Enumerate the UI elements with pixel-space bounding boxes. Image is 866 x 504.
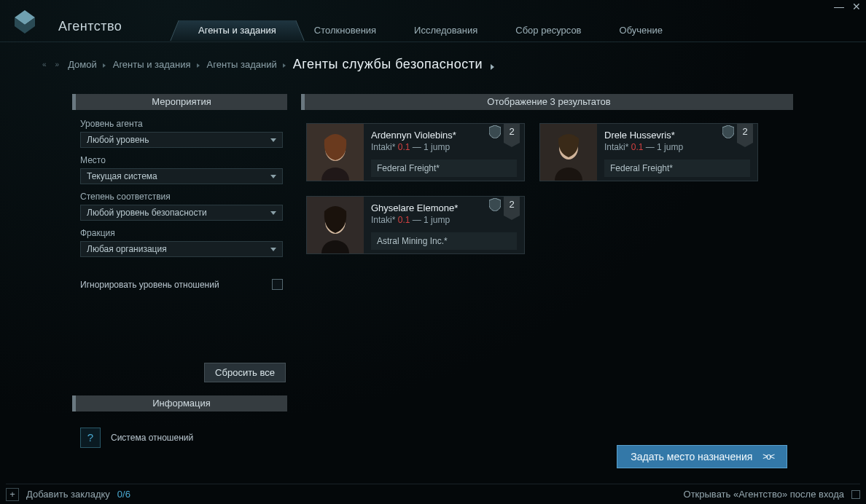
tab-exploration[interactable]: Исследования [395,20,496,41]
close-button[interactable]: ✕ [850,1,863,15]
agent-level-badge: 2 [737,124,753,143]
agent-location: Intaki* 0.1 — 1 jump [371,142,517,152]
open-on-login-label: Открывать «Агентство» после входа [684,489,844,500]
window-title: Агентство [58,19,122,34]
info-header: Информация [76,395,287,412]
info-header-label: Информация [152,398,211,409]
agent-level-badge: 2 [504,197,520,216]
help-icon[interactable]: ? [80,428,101,448]
agent-grid: 2 Ardennyn Violebins* Intaki* 0.1 — 1 ju… [305,119,793,259]
crumb-home[interactable]: Домой [68,59,104,70]
agent-card[interactable]: 2 Ardennyn Violebins* Intaki* 0.1 — 1 ju… [306,123,525,181]
tab-encounters[interactable]: Столкновения [295,20,395,41]
tab-training[interactable]: Обучение [601,20,682,41]
agent-location: Intaki* 0.1 — 1 jump [371,215,517,225]
results-header: Отображение 3 результатов [305,94,793,110]
shield-icon [722,125,734,138]
open-on-login-checkbox[interactable] [851,490,860,499]
agent-level-select[interactable]: Любой уровень [80,132,283,148]
agent-level-badge: 2 [504,124,520,143]
shield-icon [489,198,501,211]
agent-card[interactable]: 2 Ghyselare Elemone* Intaki* 0.1 — 1 jum… [306,196,525,254]
agent-corp: Federal Freight* [371,160,517,177]
results-header-label: Отображение 3 результатов [487,96,610,107]
breadcrumb: « » Домой Агенты и задания Агенты задани… [0,42,866,81]
footer-bar: + Добавить закладку 0/6 Открывать «Агент… [6,484,860,501]
tab-resources[interactable]: Сбор ресурсов [496,20,600,41]
titlebar: Агентство — ✕ Агенты и задания Столкнове… [0,0,866,42]
warp-icon: >o< [762,452,773,462]
set-destination-label: Задать место назначения [631,451,752,462]
agency-logo-icon [10,7,39,36]
add-bookmark-button[interactable]: + [6,488,19,501]
bookmark-count: 0/6 [117,489,130,500]
filters-header: Мероприятия [76,94,287,110]
standings-link[interactable]: Система отношений [111,433,193,443]
location-select[interactable]: Текущая система [80,168,283,184]
security-label: Степень соответствия [80,192,283,202]
agent-location: Intaki* 0.1 — 1 jump [604,142,750,152]
agency-window: Агентство — ✕ Агенты и задания Столкнове… [0,0,866,504]
page-title[interactable]: Агенты службы безопасности [293,57,493,72]
results-panel: Отображение 3 результатов 2 Ardennyn Vio… [305,94,793,474]
ignore-standing-checkbox[interactable] [272,279,283,290]
agent-corp: Federal Freight* [604,160,750,177]
agent-portrait [307,197,364,253]
crumb-mission-agents[interactable]: Агенты заданий [207,59,284,70]
location-label: Место [80,155,283,165]
filters-header-label: Мероприятия [152,96,211,107]
reset-button[interactable]: Сбросить все [204,363,286,382]
nav-forward-icon[interactable]: » [55,60,60,68]
agent-portrait [307,124,364,181]
set-destination-button[interactable]: Задать место назначения >o< [617,445,787,468]
agent-corp: Astral Mining Inc.* [371,232,517,250]
add-bookmark-label[interactable]: Добавить закладку [26,489,110,500]
faction-label: Фракция [80,228,283,238]
minimize-button[interactable]: — [832,1,846,15]
tab-agents[interactable]: Агенты и задания [179,20,295,41]
nav-back-icon[interactable]: « [42,60,47,68]
security-select[interactable]: Любой уровень безопасности [80,205,283,221]
agent-portrait [540,124,597,181]
ignore-standing-label: Игнорировать уровень отношений [80,280,219,290]
main-content: Мероприятия Уровень агента Любой уровень… [0,81,866,474]
filters-panel: Мероприятия Уровень агента Любой уровень… [76,94,287,474]
agent-card[interactable]: 2 Drele Hussevris* Intaki* 0.1 — 1 jump … [539,123,758,181]
agent-level-label: Уровень агента [80,119,283,129]
crumb-agents-missions[interactable]: Агенты и задания [113,59,198,70]
main-tabs: Агенты и задания Столкновения Исследован… [179,20,682,41]
faction-select[interactable]: Любая организация [80,241,283,257]
shield-icon [489,125,501,138]
